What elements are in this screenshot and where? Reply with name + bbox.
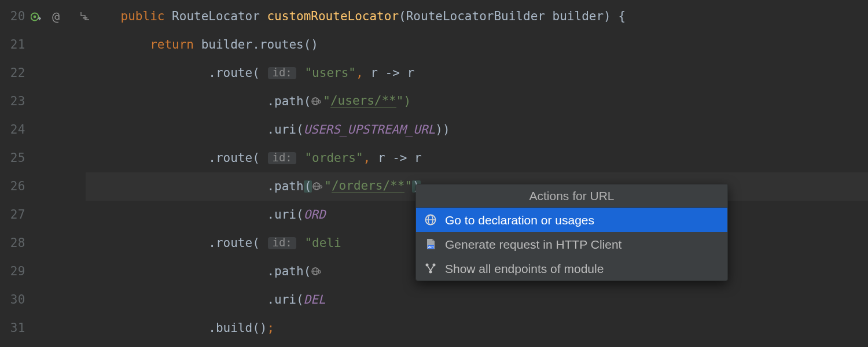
bean-gutter-icon[interactable] xyxy=(31,12,41,22)
method-name: customRouteLocator xyxy=(267,10,399,23)
globe-icon[interactable] xyxy=(311,266,321,276)
globe-icon[interactable] xyxy=(311,96,321,106)
method-call: .route( xyxy=(208,237,260,249)
method-call: .build() xyxy=(208,322,267,334)
constant-ref: USERS_UPSTREAM_URL xyxy=(304,124,436,136)
constant-ref: DEL xyxy=(304,294,326,306)
method-call: .path( xyxy=(267,265,311,278)
code-line[interactable]: .uri(USERS_UPSTREAM_URL)) xyxy=(86,116,868,144)
line-number: 27 xyxy=(10,209,25,221)
svg-point-19 xyxy=(429,271,432,274)
line-number: 21 xyxy=(10,39,25,51)
line-number: 31 xyxy=(10,322,25,334)
constant-ref: ORD xyxy=(304,209,326,221)
code-line[interactable]: public RouteLocator customRouteLocator(R… xyxy=(86,2,868,31)
annotation-gutter-icon[interactable]: @ xyxy=(52,10,60,23)
code-area[interactable]: public RouteLocator customRouteLocator(R… xyxy=(86,0,868,347)
param-type: RouteLocatorBuilder xyxy=(406,10,545,23)
svg-point-1 xyxy=(34,15,36,18)
line-number: 29 xyxy=(10,265,25,278)
line-number: 22 xyxy=(10,67,25,79)
popup-item-label: Go to declaration or usages xyxy=(445,214,594,226)
string-literal: "orders" xyxy=(304,152,363,164)
popup-item-label: Show all endpoints of module xyxy=(445,263,604,275)
string-literal: "deli xyxy=(304,237,341,249)
matched-brace: ( xyxy=(304,180,312,193)
string-literal: "users" xyxy=(304,67,356,79)
parameter-hint: id: xyxy=(268,237,296,249)
url-path-literal[interactable]: /users/** xyxy=(330,95,396,108)
popup-item-go-to-declaration[interactable]: Go to declaration or usages xyxy=(416,208,727,232)
method-call: .uri( xyxy=(267,294,303,306)
code-line[interactable]: .route( id: "users", r -> r xyxy=(86,59,868,87)
endpoints-icon xyxy=(424,262,437,275)
line-number: 24 xyxy=(10,124,25,136)
type: RouteLocator xyxy=(172,10,260,23)
code-line[interactable]: .route( id: "orders", r -> r xyxy=(86,144,868,172)
gutter-row: 20 @ xyxy=(0,2,86,31)
method-call: .path xyxy=(267,180,303,193)
code-line[interactable]: .uri(DEL xyxy=(86,286,868,314)
globe-icon[interactable] xyxy=(312,181,322,191)
url-path-literal[interactable]: /orders/** xyxy=(332,180,404,193)
method-call: .path( xyxy=(267,95,311,108)
parameter-hint: id: xyxy=(268,67,296,79)
method-call: .route( xyxy=(208,67,260,79)
code-line[interactable]: .build(); xyxy=(86,314,868,342)
code-line[interactable]: return builder.routes() xyxy=(86,31,868,59)
line-number: 28 xyxy=(10,237,25,249)
parameter-hint: id: xyxy=(268,152,296,164)
code-editor: 20 @ 21 22 23 24 25 26 27 28 29 30 31 pu… xyxy=(0,0,868,347)
line-number: 23 xyxy=(10,95,25,108)
method-call: .uri( xyxy=(267,124,303,136)
line-number: 26 xyxy=(10,180,25,193)
param-name: builder xyxy=(553,10,604,23)
popup-item-label: Generate request in HTTP Client xyxy=(445,238,621,250)
method-call: .route( xyxy=(208,152,260,164)
line-number: 25 xyxy=(10,152,25,164)
globe-icon xyxy=(424,213,437,226)
popup-item-generate-request[interactable]: API Generate request in HTTP Client xyxy=(416,232,727,256)
keyword: return xyxy=(150,39,194,51)
gutter: 20 @ 21 22 23 24 25 26 27 28 29 30 31 xyxy=(0,0,86,347)
svg-text:API: API xyxy=(428,245,434,249)
popup-title: Actions for URL xyxy=(416,184,727,208)
api-file-icon: API xyxy=(424,238,437,250)
line-number: 30 xyxy=(10,294,25,306)
line-number: 20 xyxy=(10,10,25,23)
popup-item-show-endpoints[interactable]: Show all endpoints of module xyxy=(416,256,727,280)
code-line[interactable]: .path("/users/**") xyxy=(86,87,868,116)
keyword: public xyxy=(121,10,165,23)
method-call: .uri( xyxy=(267,209,303,221)
url-actions-popup: Actions for URL Go to declaration or usa… xyxy=(415,184,728,281)
